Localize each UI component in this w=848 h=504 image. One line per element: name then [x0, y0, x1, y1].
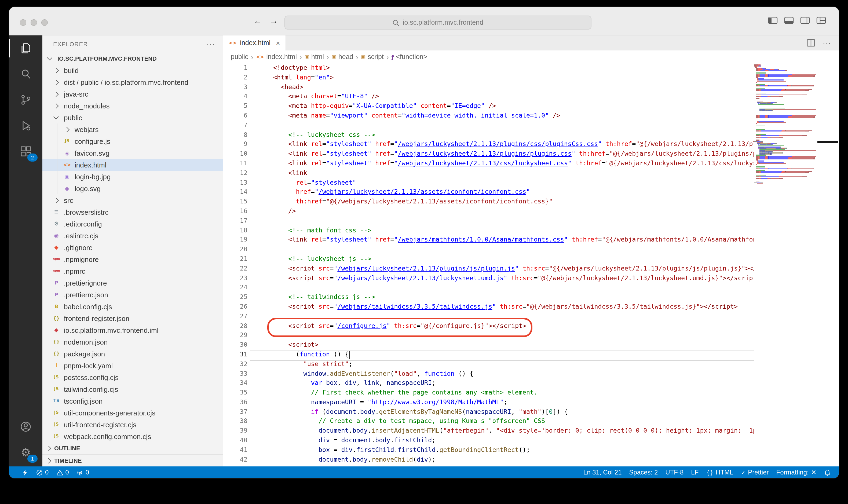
line-number[interactable]: 9: [223, 140, 248, 149]
line-number[interactable]: 17: [223, 216, 248, 226]
code-line-12[interactable]: 12 <link: [223, 168, 754, 178]
line-number[interactable]: 33: [223, 369, 248, 379]
code-line-16[interactable]: 16 />: [223, 206, 754, 216]
more-actions-icon[interactable]: ···: [823, 39, 831, 47]
line-number[interactable]: 39: [223, 427, 248, 436]
status-remote-icon[interactable]: [18, 466, 32, 478]
tree-item-login-bg-jpg[interactable]: ▣login-bg.jpg: [42, 171, 223, 182]
line-number[interactable]: 8: [223, 130, 248, 140]
code-line-31[interactable]: 31 (function () {: [223, 350, 754, 360]
code-line-42[interactable]: 42 document.body.removeChild(div);: [223, 455, 754, 465]
code-line-30[interactable]: 30 <script>: [223, 340, 754, 350]
line-number[interactable]: 2: [223, 73, 248, 83]
status-html[interactable]: {}HTML: [702, 466, 737, 478]
line-number[interactable]: 21: [223, 254, 248, 264]
code-line-38[interactable]: 38 // Create a div to test mspace, using…: [223, 417, 754, 427]
sidebar-section-outline[interactable]: OUTLINE: [42, 442, 223, 454]
breadcrumb-function[interactable]: ƒ<function>: [392, 53, 428, 61]
tree-item-prettierignore[interactable]: P.prettierignore: [42, 277, 223, 289]
tree-item-src[interactable]: src: [42, 194, 223, 206]
breadcrumb-public[interactable]: public: [231, 53, 248, 61]
code-lines[interactable]: 1<!doctype html>2<html lang="en">3 <head…: [223, 63, 754, 466]
line-number[interactable]: 7: [223, 121, 248, 130]
activity-search[interactable]: [9, 61, 42, 87]
status-formatting[interactable]: Formatting:✕: [773, 466, 820, 478]
tree-item-configure-js[interactable]: JSconfigure.js: [42, 135, 223, 147]
line-number[interactable]: 26: [223, 302, 248, 312]
line-number[interactable]: 41: [223, 446, 248, 455]
line-number[interactable]: 19: [223, 235, 248, 245]
status-0[interactable]: 0: [73, 466, 93, 478]
toggle-sidebar-icon[interactable]: [768, 17, 778, 24]
line-number[interactable]: 36: [223, 398, 248, 408]
code-line-8[interactable]: 8 <!-- luckysheet css -->: [223, 130, 754, 140]
code-editor[interactable]: 1<!doctype html>2<html lang="en">3 <head…: [223, 63, 839, 466]
code-line-13[interactable]: 13 rel="stylesheet": [223, 178, 754, 187]
line-number[interactable]: 16: [223, 206, 248, 216]
line-number[interactable]: 34: [223, 379, 248, 388]
line-number[interactable]: 11: [223, 159, 248, 168]
status-utf-8[interactable]: UTF-8: [662, 466, 687, 478]
tree-item-package-json[interactable]: {}package.json: [42, 348, 223, 360]
line-number[interactable]: 32: [223, 359, 248, 369]
code-line-1[interactable]: 1<!doctype html>: [223, 63, 754, 73]
breadcrumb-html[interactable]: ▣html: [305, 53, 324, 61]
tree-item-java-src[interactable]: java-src: [42, 88, 223, 100]
line-number[interactable]: 12: [223, 168, 248, 178]
line-number[interactable]: 20: [223, 245, 248, 254]
breadcrumb-script[interactable]: ▣script: [361, 53, 384, 61]
code-line-23[interactable]: 23 <script src="/webjars/luckysheet/2.1.…: [223, 273, 754, 283]
code-line-26[interactable]: 26 <script src="/webjars/tailwindcss/3.3…: [223, 302, 754, 312]
code-line-6[interactable]: 6 <meta name="viewport" content="width=d…: [223, 111, 754, 121]
code-line-11[interactable]: 11 <link rel="stylesheet" href="/webjars…: [223, 159, 754, 168]
tree-item-npmrc[interactable]: npm.npmrc: [42, 265, 223, 277]
activity-settings[interactable]: ⚙ 1: [9, 439, 42, 465]
tree-item-dist-public-io-sc-platform-mvc-frontend[interactable]: dist / public / io.sc.platform.mvc.front…: [42, 76, 223, 88]
code-line-33[interactable]: 33 window.addEventListener("load", funct…: [223, 369, 754, 379]
line-number[interactable]: 37: [223, 407, 248, 417]
status-0[interactable]: 0: [32, 466, 52, 478]
back-icon[interactable]: ←: [253, 16, 262, 26]
tree-item-postcss-config-cjs[interactable]: JSpostcss.config.cjs: [42, 372, 223, 383]
code-line-36[interactable]: 36 namespaceURI = "http://www.w3.org/199…: [223, 398, 754, 408]
tree-item-tailwind-config-cjs[interactable]: JStailwind.config.cjs: [42, 383, 223, 395]
code-line-27[interactable]: 27: [223, 311, 754, 321]
tree-item-node-modules[interactable]: node_modules: [42, 100, 223, 112]
tree-item-util-frontend-register-cjs[interactable]: JSutil-frontend-register.cjs: [42, 419, 223, 430]
line-number[interactable]: 30: [223, 340, 248, 350]
status-lf[interactable]: LF: [687, 466, 702, 478]
code-line-29[interactable]: 29: [223, 331, 754, 341]
line-number[interactable]: 40: [223, 436, 248, 446]
tree-item-frontend-register-json[interactable]: {}frontend-register.json: [42, 312, 223, 324]
code-line-9[interactable]: 9 <link rel="stylesheet" href="/webjars/…: [223, 140, 754, 149]
code-line-5[interactable]: 5 <meta http-equiv="X-UA-Compatible" con…: [223, 102, 754, 111]
tree-item-tsconfig-json[interactable]: TStsconfig.json: [42, 395, 223, 407]
line-number[interactable]: 35: [223, 388, 248, 398]
code-line-24[interactable]: 24: [223, 283, 754, 293]
code-line-21[interactable]: 21 <!-- luckysheet js -->: [223, 254, 754, 264]
line-number[interactable]: 5: [223, 102, 248, 111]
line-number[interactable]: 24: [223, 283, 248, 293]
line-number[interactable]: 31: [223, 350, 248, 360]
code-line-17[interactable]: 17: [223, 216, 754, 226]
code-line-39[interactable]: 39 document.body.insertAdjacentHTML("aft…: [223, 427, 754, 436]
code-line-22[interactable]: 22 <script src="/webjars/luckysheet/2.1.…: [223, 264, 754, 273]
overview-ruler[interactable]: [816, 63, 839, 466]
code-line-10[interactable]: 10 <link rel="stylesheet" href="/webjars…: [223, 149, 754, 159]
tree-item-webjars[interactable]: webjars: [42, 123, 223, 135]
minimize-window-button[interactable]: [31, 19, 37, 26]
line-number[interactable]: 3: [223, 83, 248, 92]
split-editor-icon[interactable]: [807, 39, 815, 47]
code-line-35[interactable]: 35 // First check whether the page conta…: [223, 388, 754, 398]
line-number[interactable]: 10: [223, 149, 248, 159]
code-line-18[interactable]: 18 <!-- math font css -->: [223, 226, 754, 235]
line-number[interactable]: 42: [223, 455, 248, 465]
code-line-41[interactable]: 41 box = div.firstChild.firstChild.getBo…: [223, 446, 754, 455]
code-line-25[interactable]: 25 <!-- tailwindcss js -->: [223, 292, 754, 302]
close-tab-icon[interactable]: ×: [276, 39, 280, 47]
tree-item-npmignore[interactable]: npm.npmignore: [42, 253, 223, 265]
tree-item-public[interactable]: public: [42, 112, 223, 123]
toggle-secondary-sidebar-icon[interactable]: [800, 17, 810, 24]
status-prettier[interactable]: ✓Prettier: [737, 466, 773, 478]
activity-account[interactable]: [9, 414, 42, 439]
